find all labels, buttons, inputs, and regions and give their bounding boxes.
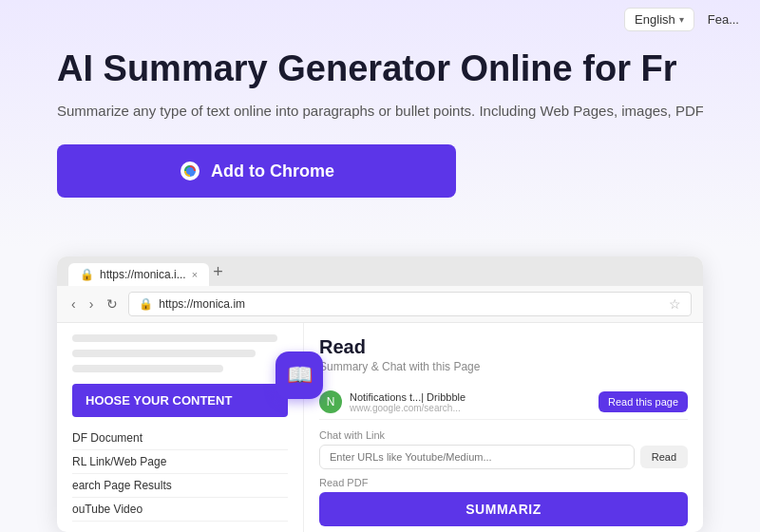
browser-mockup: 🔒 https://monica.i... × + ‹ › ↻ 🔒 https:… (57, 256, 703, 532)
add-to-chrome-button[interactable]: Add to Chrome (57, 144, 456, 198)
content-skeleton (72, 334, 288, 372)
address-bar[interactable]: 🔒 https://monica.im ☆ (128, 292, 692, 316)
right-content-panel: Read Summary & Chat with this Page N Not… (304, 323, 703, 532)
menu-item-url[interactable]: RL Link/Web Page (72, 450, 288, 474)
top-navigation: English ▾ Fea... (570, 0, 760, 38)
browser-tab[interactable]: 🔒 https://monica.i... × (68, 263, 209, 286)
url-text: https://monica.im (159, 297, 245, 311)
back-button[interactable]: ‹ (68, 296, 79, 312)
left-content-panel: HOOSE YOUR CONTENT DF Document RL Link/W… (57, 323, 304, 532)
browser-content: HOOSE YOUR CONTENT DF Document RL Link/W… (57, 323, 703, 532)
read-item-notification: N Notifications t...| Dribbble www.googl… (319, 385, 688, 420)
read-item-text: Notifications t...| Dribbble www.google.… (350, 391, 591, 413)
reload-button[interactable]: ↻ (104, 296, 121, 312)
features-link[interactable]: Fea... (702, 9, 745, 30)
lock-icon: 🔒 (139, 297, 153, 311)
browser-tab-bar: 🔒 https://monica.i... × + (57, 256, 703, 286)
add-to-chrome-label: Add to Chrome (211, 162, 334, 181)
choose-content-banner: HOOSE YOUR CONTENT (72, 384, 288, 417)
monica-floating-button[interactable]: 📖 (276, 352, 323, 399)
chrome-icon (179, 160, 201, 182)
chevron-down-icon: ▾ (679, 14, 684, 25)
new-tab-button[interactable]: + (213, 262, 223, 286)
browser-toolbar: ‹ › ↻ 🔒 https://monica.im ☆ (57, 286, 703, 323)
read-pdf-label: Read PDF (319, 477, 688, 488)
tab-favicon: 🔒 (80, 268, 94, 281)
tab-close-button[interactable]: × (192, 269, 198, 280)
monica-icon: 📖 (287, 363, 313, 388)
menu-item-pdf[interactable]: DF Document (72, 427, 288, 450)
language-selector[interactable]: English ▾ (624, 8, 694, 31)
bookmark-icon[interactable]: ☆ (669, 296, 681, 312)
summarize-bar[interactable]: SUMMARIZ (319, 492, 688, 526)
url-input-row: Read (319, 445, 688, 469)
skeleton-line-2 (72, 350, 256, 357)
chat-with-link-label: Chat with Link (319, 429, 688, 441)
language-label: English (635, 12, 675, 27)
hero-subtitle: Summarize any type of text online into p… (57, 101, 703, 123)
choose-content-label: HOOSE YOUR CONTENT (86, 393, 232, 408)
read-section: N Notifications t...| Dribbble www.googl… (319, 385, 688, 420)
svg-point-2 (186, 167, 194, 175)
url-input[interactable] (319, 445, 635, 469)
read-item-title: Notifications t...| Dribbble (350, 391, 591, 403)
hero-section: AI Summary Generator Online for Fr Summa… (0, 48, 760, 198)
read-url-button[interactable]: Read (640, 446, 688, 468)
panel-subtitle: Summary & Chat with this Page (319, 360, 688, 373)
read-this-page-button[interactable]: Read this page (598, 391, 688, 412)
read-item-url: www.google.com/search... (350, 403, 591, 413)
skeleton-line-3 (72, 365, 223, 372)
menu-item-youtube[interactable]: ouTube Video (72, 498, 288, 522)
tab-url-label: https://monica.i... (100, 268, 186, 281)
skeleton-line-1 (72, 334, 277, 342)
menu-item-search[interactable]: earch Page Results (72, 474, 288, 498)
notification-favicon: N (319, 390, 342, 413)
content-menu: DF Document RL Link/Web Page earch Page … (72, 427, 288, 522)
forward-button[interactable]: › (86, 296, 97, 312)
hero-title: AI Summary Generator Online for Fr (57, 48, 703, 91)
panel-title: Read (319, 336, 688, 358)
